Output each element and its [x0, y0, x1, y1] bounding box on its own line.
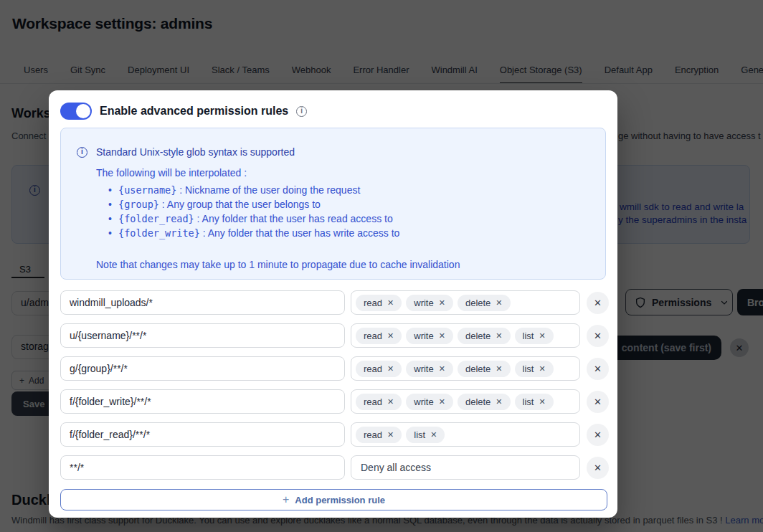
- permission-tag: list✕: [515, 328, 554, 344]
- remove-rule-button[interactable]: ✕: [587, 424, 609, 446]
- remove-tag-icon[interactable]: ✕: [430, 431, 437, 439]
- permission-rule-row: **/* Deny all access ✕: [60, 455, 606, 480]
- permission-tag: list✕: [515, 394, 554, 410]
- permission-tag: read✕: [356, 328, 402, 344]
- remove-rule-button[interactable]: ✕: [587, 325, 609, 347]
- permission-tag: write✕: [406, 328, 453, 344]
- remove-rule-button[interactable]: ✕: [587, 457, 609, 479]
- remove-tag-icon[interactable]: ✕: [439, 299, 445, 307]
- permission-tag: write✕: [406, 295, 453, 311]
- list-item: {folder_write} : Any folder that the use…: [108, 226, 591, 240]
- rule-pattern-input[interactable]: **/*: [60, 455, 345, 480]
- remove-tag-icon[interactable]: ✕: [439, 332, 445, 340]
- enable-rules-toggle-row: Enable advanced permission rules i: [60, 103, 307, 120]
- rule-pattern-input[interactable]: u/{username}/**/*: [60, 323, 345, 348]
- info-icon[interactable]: i: [296, 106, 307, 117]
- remove-tag-icon[interactable]: ✕: [496, 398, 502, 406]
- permission-tag: list✕: [515, 361, 554, 377]
- panel-title: Standard Unix-style glob syntax is suppo…: [96, 146, 295, 158]
- remove-tag-icon[interactable]: ✕: [439, 365, 445, 373]
- remove-tag-icon[interactable]: ✕: [439, 398, 445, 406]
- rule-permissions-box[interactable]: read✕ write✕ delete✕ list✕: [351, 389, 580, 414]
- remove-tag-icon[interactable]: ✕: [539, 365, 545, 373]
- deny-all-access-label: Deny all access: [356, 462, 431, 473]
- rule-pattern-input[interactable]: g/{group}/**/*: [60, 356, 345, 381]
- advanced-permission-rules-modal: Enable advanced permission rules i i Sta…: [49, 90, 617, 518]
- glob-syntax-info-panel: i Standard Unix-style glob syntax is sup…: [60, 128, 606, 280]
- info-icon: i: [77, 147, 87, 158]
- rule-permissions-box[interactable]: read✕ write✕ delete✕ list✕: [351, 323, 580, 348]
- list-item: {username} : Nickname of the user doing …: [108, 183, 591, 197]
- add-permission-rule-button[interactable]: + Add permission rule: [60, 489, 607, 510]
- remove-tag-icon[interactable]: ✕: [387, 365, 394, 373]
- permission-rule-row: f/{folder_read}/**/* read✕ list✕ ✕: [60, 422, 606, 447]
- permission-tag: read✕: [356, 361, 402, 377]
- remove-rule-button[interactable]: ✕: [587, 391, 609, 413]
- cache-note: Note that changes may take up to 1 minut…: [96, 259, 591, 270]
- permission-rule-row: f/{folder_write}/**/* read✕ write✕ delet…: [60, 389, 606, 414]
- permission-tag: read✕: [356, 427, 402, 443]
- enable-rules-label: Enable advanced permission rules: [100, 105, 288, 118]
- permission-tag: list✕: [406, 427, 445, 443]
- remove-tag-icon[interactable]: ✕: [496, 365, 502, 373]
- rule-permissions-box[interactable]: read✕ write✕ delete✕: [351, 290, 580, 315]
- remove-tag-icon[interactable]: ✕: [387, 299, 394, 307]
- rule-pattern-input[interactable]: f/{folder_write}/**/*: [60, 389, 345, 414]
- permission-rule-row: windmill_uploads/* read✕ write✕ delete✕ …: [60, 290, 606, 315]
- remove-tag-icon[interactable]: ✕: [387, 431, 394, 439]
- permission-tag: delete✕: [458, 394, 511, 410]
- enable-rules-toggle[interactable]: [60, 103, 92, 120]
- rule-permissions-box[interactable]: read✕ list✕: [351, 422, 580, 447]
- permission-rules-list: windmill_uploads/* read✕ write✕ delete✕ …: [60, 290, 606, 488]
- permission-tag: read✕: [356, 394, 402, 410]
- remove-tag-icon[interactable]: ✕: [496, 332, 502, 340]
- panel-intro: The following will be interpolated :: [96, 167, 591, 179]
- permission-tag: delete✕: [458, 361, 511, 377]
- remove-rule-button[interactable]: ✕: [587, 358, 609, 380]
- permission-tag: read✕: [356, 295, 402, 311]
- toggle-knob: [76, 104, 90, 118]
- remove-tag-icon[interactable]: ✕: [539, 332, 545, 340]
- plus-icon: +: [283, 494, 289, 505]
- interpolation-list: {username} : Nickname of the user doing …: [108, 183, 591, 240]
- list-item: {group} : Any group that the user belong…: [108, 197, 591, 212]
- remove-tag-icon[interactable]: ✕: [539, 398, 545, 406]
- permission-tag: delete✕: [458, 295, 511, 311]
- rule-pattern-input[interactable]: windmill_uploads/*: [60, 290, 345, 315]
- permission-tag: delete✕: [458, 328, 511, 344]
- rule-pattern-input[interactable]: f/{folder_read}/**/*: [60, 422, 345, 447]
- remove-tag-icon[interactable]: ✕: [496, 299, 502, 307]
- rule-permissions-box[interactable]: Deny all access: [351, 455, 580, 480]
- permission-rule-row: u/{username}/**/* read✕ write✕ delete✕ l…: [60, 323, 606, 348]
- list-item: {folder_read} : Any folder that the user…: [108, 212, 591, 226]
- permission-tag: write✕: [406, 361, 453, 377]
- permission-tag: write✕: [406, 394, 453, 410]
- remove-tag-icon[interactable]: ✕: [387, 332, 394, 340]
- remove-tag-icon[interactable]: ✕: [387, 398, 394, 406]
- rule-permissions-box[interactable]: read✕ write✕ delete✕ list✕: [351, 356, 580, 381]
- remove-rule-button[interactable]: ✕: [587, 292, 609, 314]
- permission-rule-row: g/{group}/**/* read✕ write✕ delete✕ list…: [60, 356, 606, 381]
